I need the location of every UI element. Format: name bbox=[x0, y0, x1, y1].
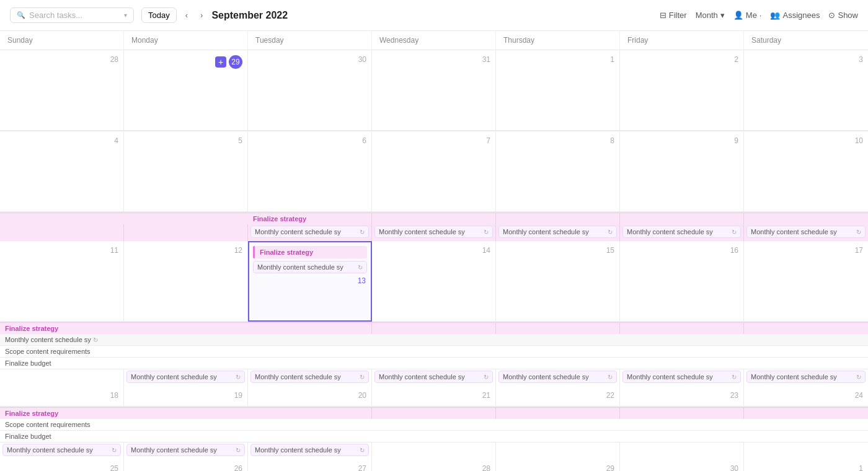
day-cell-aug29[interactable]: + 29 bbox=[124, 50, 248, 131]
day-cell-12[interactable]: 12 bbox=[124, 241, 248, 322]
task-item-tue-w3[interactable]: Monthly content schedule sy ↻ bbox=[250, 226, 369, 238]
day-cell-30[interactable]: 30 bbox=[620, 459, 744, 471]
day-cell-8[interactable]: 8 bbox=[496, 131, 620, 212]
day-cell-aug30[interactable]: 30 bbox=[248, 50, 372, 131]
day-cell-27[interactable]: 27 bbox=[248, 459, 372, 471]
day-num-30: 30 bbox=[252, 54, 368, 66]
scope-label-w5: Scope content requirements bbox=[5, 421, 91, 428]
fs-cell7 bbox=[744, 323, 868, 334]
task-w5-mon[interactable]: Monthly content schedule sy ↻ bbox=[126, 444, 245, 456]
task-sync-icon-w: ↻ bbox=[484, 229, 489, 236]
day-cell-18[interactable]: 18 bbox=[0, 386, 124, 407]
w5-tue-task[interactable]: Monthly content schedule sy ↻ bbox=[248, 442, 372, 459]
month-button[interactable]: Month ▾ bbox=[696, 11, 725, 20]
day-num-14: 14 bbox=[376, 245, 492, 257]
day-cell-15[interactable]: 15 bbox=[496, 241, 620, 322]
today-button[interactable]: Today bbox=[141, 7, 177, 23]
day-cell-20[interactable]: 20 bbox=[248, 386, 372, 407]
day-cell-29[interactable]: 29 bbox=[496, 459, 620, 471]
day-cell-10[interactable]: 10 bbox=[744, 131, 868, 212]
day-cell-6[interactable]: 6 bbox=[248, 131, 372, 212]
w3-task-sat[interactable]: Monthly content schedule sy ↻ bbox=[744, 224, 868, 241]
task-item-thu-w3[interactable]: Monthly content schedule sy ↻ bbox=[498, 226, 617, 238]
w4-fri-task[interactable]: Monthly content schedule sy ↻ bbox=[620, 369, 744, 386]
day-header-tuesday: Tuesday bbox=[248, 31, 372, 50]
task-w5-tue[interactable]: Monthly content schedule sy ↻ bbox=[250, 444, 369, 456]
day-num-3: 3 bbox=[748, 54, 864, 66]
task-w4-mon[interactable]: Monthly content schedule sy ↻ bbox=[126, 371, 245, 383]
w4-thu-task[interactable]: Monthly content schedule sy ↻ bbox=[496, 369, 620, 386]
w4-wed-task[interactable]: Monthly content schedule sy ↻ bbox=[372, 369, 496, 386]
finalize-span-w4: Finalize strategy bbox=[0, 323, 372, 334]
calendar-body: 28 + 29 30 31 1 2 bbox=[0, 50, 868, 471]
day-cell-5[interactable]: 5 bbox=[124, 131, 248, 212]
assignees-button[interactable]: 👥 Assignees bbox=[770, 11, 820, 20]
day-cell-23[interactable]: 23 bbox=[620, 386, 744, 407]
task-sync-icon-f: ↻ bbox=[732, 229, 737, 236]
w4-sat-task[interactable]: Monthly content schedule sy ↻ bbox=[744, 369, 868, 386]
search-dropdown-icon[interactable]: ▾ bbox=[124, 12, 127, 19]
search-box[interactable]: 🔍 Search tasks... ▾ bbox=[10, 7, 134, 23]
task-item-13[interactable]: Monthly content schedule sy ↻ bbox=[253, 261, 367, 273]
me-button[interactable]: 👤 Me · bbox=[733, 11, 762, 20]
show-button[interactable]: ⊙ Show bbox=[828, 11, 858, 20]
day-cell-sep3[interactable]: 3 bbox=[744, 50, 868, 131]
w3-task-fri[interactable]: Monthly content schedule sy ↻ bbox=[620, 224, 744, 241]
day-cell-17[interactable]: 17 bbox=[744, 241, 868, 322]
day-cell-28[interactable]: 28 bbox=[372, 459, 496, 471]
w5-sun-task[interactable]: Monthly content schedule sy ↻ bbox=[0, 442, 124, 459]
band-cell-3: Finalize strategy bbox=[248, 213, 372, 224]
day-cell-aug28[interactable]: 28 bbox=[0, 50, 124, 131]
day-cell-4[interactable]: 4 bbox=[0, 131, 124, 212]
day-cell-14[interactable]: 14 bbox=[372, 241, 496, 322]
week-4-nums: 18 19 20 21 22 23 24 bbox=[0, 386, 868, 407]
week4-tasks-band: Monthly content schedule sy ↻ Monthly co… bbox=[0, 369, 868, 386]
band-cell-5 bbox=[496, 213, 620, 224]
day-cell-25[interactable]: 25 bbox=[0, 459, 124, 471]
task-w4-tue[interactable]: Monthly content schedule sy ↻ bbox=[250, 371, 369, 383]
task-w4-sat[interactable]: Monthly content schedule sy ↻ bbox=[746, 371, 866, 383]
task-w4-fri[interactable]: Monthly content schedule sy ↻ bbox=[622, 371, 741, 383]
w5-mon-task[interactable]: Monthly content schedule sy ↻ bbox=[124, 442, 248, 459]
day-num-16: 16 bbox=[624, 245, 740, 257]
filter-button[interactable]: ⊟ Filter bbox=[660, 11, 687, 20]
day-num-20: 20 bbox=[252, 390, 368, 402]
w4-tue-task[interactable]: Monthly content schedule sy ↻ bbox=[248, 369, 372, 386]
day-cell-22[interactable]: 22 bbox=[496, 386, 620, 407]
finalize-strategy-band-w5: Finalize strategy bbox=[0, 407, 868, 419]
w3-task-thu[interactable]: Monthly content schedule sy ↻ bbox=[496, 224, 620, 241]
fs-cell4 bbox=[372, 323, 496, 334]
day-cell-sep2[interactable]: 2 bbox=[620, 50, 744, 131]
day-cell-sep1[interactable]: 1 bbox=[496, 50, 620, 131]
w4-mon-task[interactable]: Monthly content schedule sy ↻ bbox=[124, 369, 248, 386]
w3-task-sun bbox=[0, 224, 124, 241]
day-cell-24[interactable]: 24 bbox=[744, 386, 868, 407]
day-header-wednesday: Wednesday bbox=[372, 31, 496, 50]
add-button-29[interactable]: + bbox=[215, 56, 226, 68]
day-cell-13[interactable]: Finalize strategy Monthly content schedu… bbox=[248, 241, 372, 322]
task-w5-sun[interactable]: Monthly content schedule sy ↻ bbox=[2, 444, 121, 456]
w5-fri-task bbox=[620, 442, 744, 459]
day-cell-16[interactable]: 16 bbox=[620, 241, 744, 322]
day-cell-aug31[interactable]: 31 bbox=[372, 50, 496, 131]
task-w4-wed[interactable]: Monthly content schedule sy ↻ bbox=[374, 371, 493, 383]
task-text: Monthly content schedule sy bbox=[255, 228, 358, 236]
day-cell-7[interactable]: 7 bbox=[372, 131, 496, 212]
next-button[interactable]: › bbox=[197, 8, 206, 22]
task-item-sat-w3[interactable]: Monthly content schedule sy ↻ bbox=[746, 226, 866, 238]
scope-cell-1: Monthly content schedule sy ↻ bbox=[5, 336, 128, 343]
task-item-fri-w3[interactable]: Monthly content schedule sy ↻ bbox=[622, 226, 741, 238]
day-cell-26[interactable]: 26 bbox=[124, 459, 248, 471]
day-cell-19[interactable]: 19 bbox=[124, 386, 248, 407]
task-w4-thu[interactable]: Monthly content schedule sy ↻ bbox=[498, 371, 617, 383]
w3-task-wed[interactable]: Monthly content schedule sy ↻ bbox=[372, 224, 496, 241]
w3-task-tue[interactable]: Monthly content schedule sy ↻ bbox=[248, 224, 372, 241]
task-item-wed-w3[interactable]: Monthly content schedule sy ↻ bbox=[374, 226, 493, 238]
show-icon: ⊙ bbox=[828, 11, 835, 20]
day-cell-9[interactable]: 9 bbox=[620, 131, 744, 212]
day-headers: Sunday Monday Tuesday Wednesday Thursday… bbox=[0, 31, 868, 50]
day-cell-11[interactable]: 11 bbox=[0, 241, 124, 322]
day-cell-21[interactable]: 21 bbox=[372, 386, 496, 407]
day-cell-oct1[interactable]: 1 bbox=[744, 459, 868, 471]
prev-button[interactable]: ‹ bbox=[182, 8, 192, 22]
